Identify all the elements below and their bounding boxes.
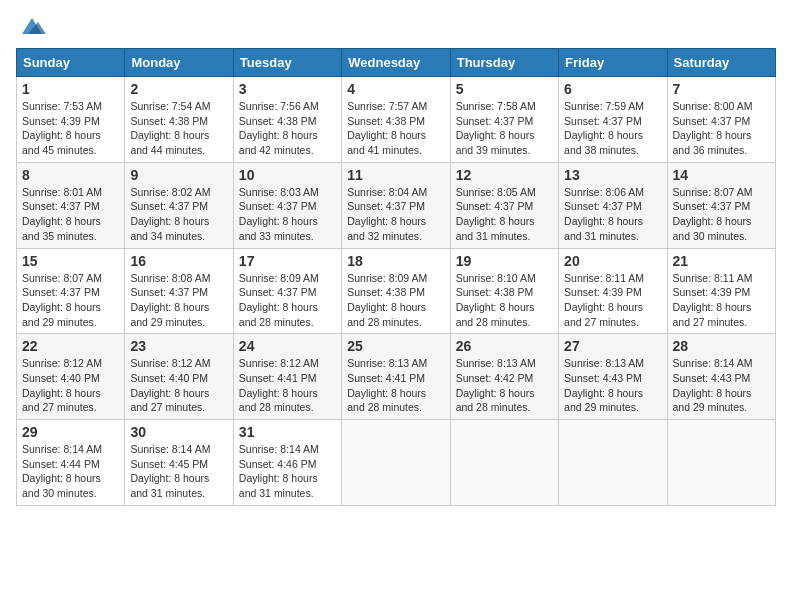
daylight: Daylight: 8 hours and 33 minutes. <box>239 215 318 242</box>
day-header-monday: Monday <box>125 49 233 77</box>
sunrise: Sunrise: 8:12 AM <box>239 357 319 369</box>
day-number: 1 <box>22 81 119 97</box>
day-number: 14 <box>673 167 770 183</box>
week-row-4: 22 Sunrise: 8:12 AM Sunset: 4:40 PM Dayl… <box>17 334 776 420</box>
day-number: 13 <box>564 167 661 183</box>
sunset: Sunset: 4:37 PM <box>22 286 100 298</box>
sunrise: Sunrise: 8:13 AM <box>564 357 644 369</box>
sunrise: Sunrise: 8:11 AM <box>673 272 753 284</box>
day-number: 2 <box>130 81 227 97</box>
sunrise: Sunrise: 8:07 AM <box>22 272 102 284</box>
sunset: Sunset: 4:37 PM <box>239 200 317 212</box>
day-info: Sunrise: 7:57 AM Sunset: 4:38 PM Dayligh… <box>347 99 444 158</box>
day-number: 17 <box>239 253 336 269</box>
day-number: 10 <box>239 167 336 183</box>
day-info: Sunrise: 8:05 AM Sunset: 4:37 PM Dayligh… <box>456 185 553 244</box>
daylight: Daylight: 8 hours and 27 minutes. <box>564 301 643 328</box>
sunset: Sunset: 4:44 PM <box>22 458 100 470</box>
sunset: Sunset: 4:37 PM <box>673 115 751 127</box>
day-number: 11 <box>347 167 444 183</box>
day-info: Sunrise: 8:06 AM Sunset: 4:37 PM Dayligh… <box>564 185 661 244</box>
day-info: Sunrise: 8:14 AM Sunset: 4:43 PM Dayligh… <box>673 356 770 415</box>
sunset: Sunset: 4:38 PM <box>347 115 425 127</box>
daylight: Daylight: 8 hours and 27 minutes. <box>22 387 101 414</box>
sunrise: Sunrise: 7:59 AM <box>564 100 644 112</box>
calendar-cell: 9 Sunrise: 8:02 AM Sunset: 4:37 PM Dayli… <box>125 162 233 248</box>
daylight: Daylight: 8 hours and 30 minutes. <box>22 472 101 499</box>
day-number: 19 <box>456 253 553 269</box>
sunset: Sunset: 4:38 PM <box>130 115 208 127</box>
day-number: 22 <box>22 338 119 354</box>
sunset: Sunset: 4:37 PM <box>564 200 642 212</box>
daylight: Daylight: 8 hours and 27 minutes. <box>673 301 752 328</box>
calendar-cell: 27 Sunrise: 8:13 AM Sunset: 4:43 PM Dayl… <box>559 334 667 420</box>
day-info: Sunrise: 8:02 AM Sunset: 4:37 PM Dayligh… <box>130 185 227 244</box>
day-info: Sunrise: 7:58 AM Sunset: 4:37 PM Dayligh… <box>456 99 553 158</box>
daylight: Daylight: 8 hours and 28 minutes. <box>456 387 535 414</box>
page-header <box>16 16 776 38</box>
sunset: Sunset: 4:41 PM <box>239 372 317 384</box>
calendar-cell: 16 Sunrise: 8:08 AM Sunset: 4:37 PM Dayl… <box>125 248 233 334</box>
day-info: Sunrise: 8:12 AM Sunset: 4:41 PM Dayligh… <box>239 356 336 415</box>
calendar-cell: 7 Sunrise: 8:00 AM Sunset: 4:37 PM Dayli… <box>667 77 775 163</box>
week-row-3: 15 Sunrise: 8:07 AM Sunset: 4:37 PM Dayl… <box>17 248 776 334</box>
daylight: Daylight: 8 hours and 32 minutes. <box>347 215 426 242</box>
day-number: 12 <box>456 167 553 183</box>
daylight: Daylight: 8 hours and 39 minutes. <box>456 129 535 156</box>
day-number: 25 <box>347 338 444 354</box>
daylight: Daylight: 8 hours and 28 minutes. <box>347 387 426 414</box>
sunrise: Sunrise: 8:14 AM <box>130 443 210 455</box>
day-info: Sunrise: 8:07 AM Sunset: 4:37 PM Dayligh… <box>673 185 770 244</box>
sunrise: Sunrise: 8:13 AM <box>347 357 427 369</box>
sunset: Sunset: 4:40 PM <box>22 372 100 384</box>
calendar-cell: 22 Sunrise: 8:12 AM Sunset: 4:40 PM Dayl… <box>17 334 125 420</box>
sunset: Sunset: 4:39 PM <box>564 286 642 298</box>
sunrise: Sunrise: 8:14 AM <box>22 443 102 455</box>
calendar-cell: 5 Sunrise: 7:58 AM Sunset: 4:37 PM Dayli… <box>450 77 558 163</box>
sunset: Sunset: 4:37 PM <box>130 200 208 212</box>
calendar-cell: 24 Sunrise: 8:12 AM Sunset: 4:41 PM Dayl… <box>233 334 341 420</box>
day-number: 20 <box>564 253 661 269</box>
week-row-2: 8 Sunrise: 8:01 AM Sunset: 4:37 PM Dayli… <box>17 162 776 248</box>
day-info: Sunrise: 8:14 AM Sunset: 4:46 PM Dayligh… <box>239 442 336 501</box>
day-number: 16 <box>130 253 227 269</box>
sunset: Sunset: 4:46 PM <box>239 458 317 470</box>
daylight: Daylight: 8 hours and 44 minutes. <box>130 129 209 156</box>
day-info: Sunrise: 8:13 AM Sunset: 4:43 PM Dayligh… <box>564 356 661 415</box>
calendar-cell: 13 Sunrise: 8:06 AM Sunset: 4:37 PM Dayl… <box>559 162 667 248</box>
day-info: Sunrise: 8:12 AM Sunset: 4:40 PM Dayligh… <box>22 356 119 415</box>
calendar-cell: 4 Sunrise: 7:57 AM Sunset: 4:38 PM Dayli… <box>342 77 450 163</box>
day-number: 24 <box>239 338 336 354</box>
calendar-cell: 8 Sunrise: 8:01 AM Sunset: 4:37 PM Dayli… <box>17 162 125 248</box>
sunrise: Sunrise: 8:09 AM <box>239 272 319 284</box>
daylight: Daylight: 8 hours and 28 minutes. <box>239 387 318 414</box>
sunset: Sunset: 4:37 PM <box>347 200 425 212</box>
day-header-wednesday: Wednesday <box>342 49 450 77</box>
daylight: Daylight: 8 hours and 29 minutes. <box>130 301 209 328</box>
calendar-cell: 2 Sunrise: 7:54 AM Sunset: 4:38 PM Dayli… <box>125 77 233 163</box>
sunrise: Sunrise: 8:01 AM <box>22 186 102 198</box>
sunset: Sunset: 4:39 PM <box>22 115 100 127</box>
calendar-cell: 3 Sunrise: 7:56 AM Sunset: 4:38 PM Dayli… <box>233 77 341 163</box>
daylight: Daylight: 8 hours and 36 minutes. <box>673 129 752 156</box>
day-info: Sunrise: 8:14 AM Sunset: 4:44 PM Dayligh… <box>22 442 119 501</box>
day-number: 30 <box>130 424 227 440</box>
day-number: 18 <box>347 253 444 269</box>
sunset: Sunset: 4:43 PM <box>564 372 642 384</box>
sunset: Sunset: 4:37 PM <box>456 200 534 212</box>
daylight: Daylight: 8 hours and 31 minutes. <box>239 472 318 499</box>
day-number: 29 <box>22 424 119 440</box>
day-number: 26 <box>456 338 553 354</box>
calendar-cell: 21 Sunrise: 8:11 AM Sunset: 4:39 PM Dayl… <box>667 248 775 334</box>
day-info: Sunrise: 8:09 AM Sunset: 4:38 PM Dayligh… <box>347 271 444 330</box>
calendar-cell: 6 Sunrise: 7:59 AM Sunset: 4:37 PM Dayli… <box>559 77 667 163</box>
day-header-friday: Friday <box>559 49 667 77</box>
sunrise: Sunrise: 8:05 AM <box>456 186 536 198</box>
calendar-table: SundayMondayTuesdayWednesdayThursdayFrid… <box>16 48 776 506</box>
sunset: Sunset: 4:37 PM <box>22 200 100 212</box>
calendar-cell <box>559 420 667 506</box>
logo <box>16 16 46 38</box>
sunrise: Sunrise: 8:12 AM <box>130 357 210 369</box>
sunrise: Sunrise: 7:54 AM <box>130 100 210 112</box>
daylight: Daylight: 8 hours and 38 minutes. <box>564 129 643 156</box>
